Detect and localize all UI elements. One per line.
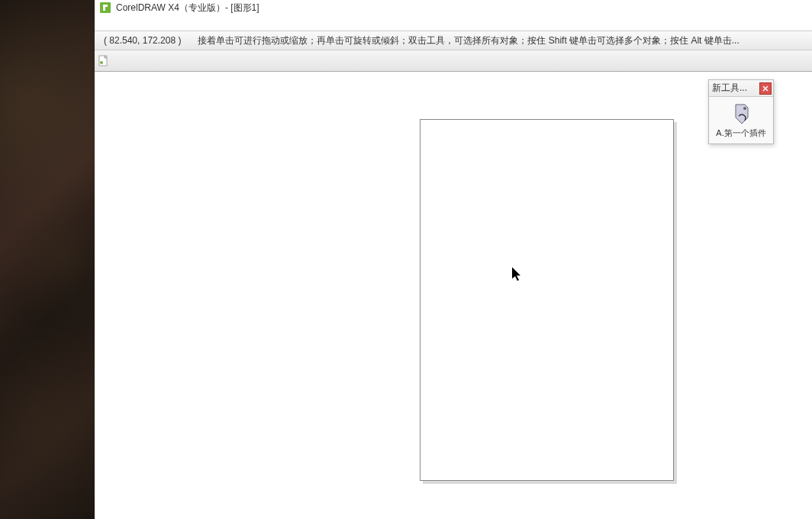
menubar[interactable] [95,15,812,31]
svg-point-3 [743,107,746,110]
close-icon [762,85,768,92]
hint-text: 接着单击可进行拖动或缩放；再单击可旋转或倾斜；双击工具，可选择所有对象；按住 S… [190,34,739,47]
page-canvas[interactable] [420,119,674,481]
docker-panel[interactable]: 新工具... A.第一个插件 [708,79,774,144]
plugin-label[interactable]: A.第一个插件 [716,127,765,139]
window-title: CorelDRAW X4（专业版）- [图形1] [116,2,259,15]
coreldraw-window: CorelDRAW X4（专业版）- [图形1] ( 82.540, 172.2… [95,0,812,519]
coordinates-display: ( 82.540, 172.208 ) [95,35,190,46]
plugin-tag-icon[interactable] [729,102,753,126]
desktop-background [0,0,95,519]
document-tab-icon[interactable] [98,55,110,67]
titlebar[interactable]: CorelDRAW X4（专业版）- [图形1] [95,0,812,15]
docker-body: A.第一个插件 [709,97,773,143]
canvas-workspace[interactable]: 新工具... A.第一个插件 [95,72,812,519]
document-tabbar[interactable] [95,50,812,72]
status-bar: ( 82.540, 172.208 ) 接着单击可进行拖动或缩放；再单击可旋转或… [95,31,812,50]
close-button[interactable] [759,82,772,95]
app-icon [99,2,111,14]
docker-header[interactable]: 新工具... [709,80,773,97]
svg-point-2 [100,61,103,64]
docker-title: 新工具... [712,82,747,95]
